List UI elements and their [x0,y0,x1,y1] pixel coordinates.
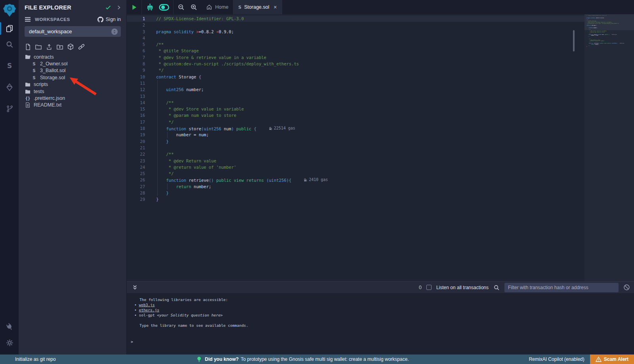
tree-item-label: 2_Owner.sol [40,61,67,67]
zoom-out-icon[interactable] [178,4,185,11]
minimap[interactable]: // SPDX-License-Identifier: GPL-3.0pragm… [584,14,634,281]
status-bar: Initialize as git repo Did you know? To … [0,354,634,364]
file-actions-toolbar [19,37,126,53]
code-line-4 [156,35,584,41]
tree-item-3-ballot-sol[interactable]: S3_Ballot.sol [19,67,126,74]
code-line-14: /** [156,99,584,106]
line-number: 14 [127,99,145,106]
panel-title: FILE EXPLORER [25,4,100,11]
settings-gear-icon[interactable] [0,335,19,351]
library-link-ethers-js[interactable]: ethers.js [139,308,159,312]
file-tree: contractsS2_Owner.solS3_Ballot.solSStora… [19,53,126,109]
search-icon[interactable] [0,36,19,52]
plugin-manager-icon[interactable] [0,319,19,335]
code-line-20: } [156,138,584,145]
tree-item-tests[interactable]: tests [19,88,126,95]
deploy-run-icon[interactable] [0,79,19,95]
terminal-prompt[interactable]: > [127,339,634,344]
tab-home[interactable]: Home [201,0,233,14]
gas-estimate-annotation: 2410 gas [304,177,328,183]
tip-label: Did you know? [205,356,239,362]
sign-in-button[interactable]: Sign in [97,16,121,22]
link-icon[interactable] [78,43,85,50]
tree-item-storage-sol[interactable]: SStorage.sol [19,74,126,81]
listen-all-checkbox[interactable] [426,285,432,290]
solidity-icon: S [238,5,241,10]
upload-file-icon[interactable] [46,44,53,50]
copilot-status[interactable]: RemixAI Copilot (enabled) [529,356,584,362]
code-line-15: * @dev Store value in variable [156,106,584,112]
play-icon[interactable] [131,4,137,11]
transaction-filter-input[interactable] [504,283,619,292]
line-number: 26 [127,177,145,183]
init-git-repo-button[interactable]: Initialize as git repo [0,356,56,362]
tab-storage-label: Storage.sol [244,4,269,10]
listen-all-label: Listen on all transactions [436,285,489,290]
new-file-icon[interactable] [25,44,31,50]
braces-icon: {} [25,96,31,101]
toggle-icon[interactable] [159,4,169,11]
folder-icon [25,89,31,94]
line-number: 19 [127,131,145,138]
close-icon[interactable]: × [274,4,277,10]
scam-alert-label: Scam Alert [604,356,628,362]
cube-icon[interactable] [67,43,74,50]
code-line-18: function store(uint256 num) public {2251… [156,125,584,131]
line-number: 20 [127,138,145,145]
git-icon[interactable] [0,101,19,116]
terminal-text-line: The following libraries are accessible: [127,297,634,302]
terminal-output[interactable]: The following libraries are accessible:•… [127,293,634,354]
code-line-19: number = num; [156,131,584,138]
tree-item-label: contracts [34,54,54,60]
zoom-in-icon[interactable] [190,4,197,11]
folder-icon [25,82,31,87]
line-number: 17 [127,119,145,125]
code-editor[interactable]: 1234567891011121314151617181920212223242… [127,14,634,281]
code-content: // SPDX-License-Identifier: GPL-3.0pragm… [148,15,584,203]
upload-folder-icon[interactable] [56,44,63,50]
file-explorer-panel: FILE EXPLORER WORKSPACES Sign in default… [19,0,127,354]
new-folder-icon[interactable] [35,44,42,50]
double-chevron-down-icon[interactable] [132,284,138,291]
library-link-web3-js[interactable]: web3.js [139,303,155,307]
code-line-29: } [586,46,633,48]
tree-item-readme-txt[interactable]: README.txt [19,102,126,109]
tree-item--prettierrc-json[interactable]: {}.prettierrc.json [19,95,126,101]
check-icon [105,4,111,11]
home-icon [206,4,212,10]
scam-alert-button[interactable]: Scam Alert [590,354,634,364]
editor-scrollbar[interactable] [573,30,575,51]
line-number: 8 [127,61,145,67]
code-line-26: function retrieve() public view returns … [156,177,584,183]
terminal-panel: 0 Listen on all transactions [127,281,634,354]
sort-circle-icon[interactable] [111,29,118,35]
workspace-selector[interactable]: default_workspace [25,26,121,37]
code-line-2 [156,22,584,28]
tree-item-2-owner-sol[interactable]: S2_Owner.sol [19,60,126,67]
file-explorer-icon[interactable] [0,21,19,36]
line-number: 10 [127,74,145,80]
remix-logo-icon[interactable] [0,0,19,21]
line-number: 5 [127,41,145,48]
code-line-21 [156,145,584,151]
line-number: 12 [127,86,145,93]
ai-robot-icon[interactable] [146,3,154,11]
solidity-compiler-icon[interactable]: S [0,58,19,74]
tree-item-contracts[interactable]: contracts [19,53,126,60]
line-number: 13 [127,93,145,99]
chevron-right-icon[interactable] [116,5,122,10]
terminal-bullet-line: • sol-gpt <your Solidity question here> [127,313,634,318]
code-line-7: * @dev Store & retrieve value in a varia… [156,54,584,61]
hamburger-menu-icon[interactable] [25,17,31,22]
tab-storage-sol[interactable]: S Storage.sol × [233,0,281,14]
line-number: 18 [127,125,145,131]
tip-text: To prototype using the Gnosis safe multi… [241,356,409,362]
ban-icon[interactable] [623,284,630,291]
line-number: 24 [127,164,145,170]
line-number: 21 [127,145,145,151]
line-number: 3 [127,29,145,35]
editor-tabbar: Home S Storage.sol × [127,0,634,14]
terminal-toolbar: 0 Listen on all transactions [127,281,634,293]
lightbulb-icon [196,356,202,362]
tree-item-scripts[interactable]: scripts [19,81,126,88]
